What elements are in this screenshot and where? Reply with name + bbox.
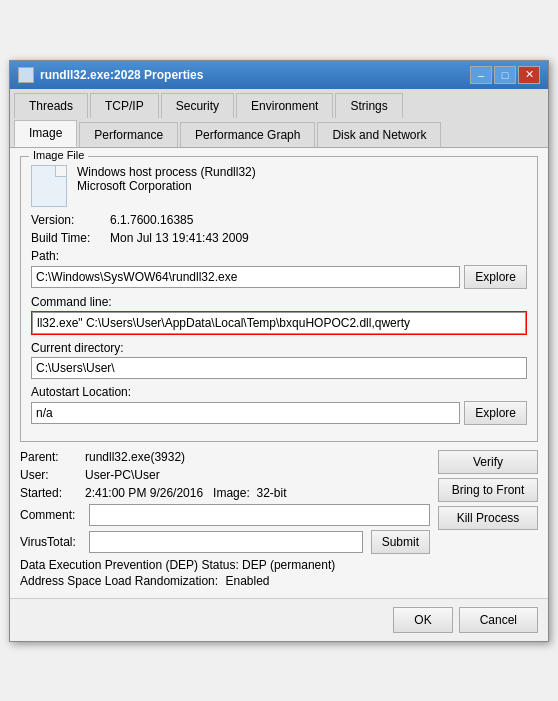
virustotal-input[interactable] [89,531,363,553]
tabs-row1: Threads TCP/IP Security Environment Stri… [14,91,544,118]
build-label: Build Time: [31,231,106,245]
window-icon [18,67,34,83]
virustotal-row: VirusTotal: Submit [20,530,430,554]
build-row: Build Time: Mon Jul 13 19:41:43 2009 [31,231,527,245]
tab-performance[interactable]: Performance [79,122,178,147]
bring-to-front-button[interactable]: Bring to Front [438,478,538,502]
footer: OK Cancel [10,598,548,641]
user-row: User: User-PC\User [20,468,430,482]
version-row: Version: 6.1.7600.16385 [31,213,527,227]
autostart-input[interactable] [31,402,460,424]
minimize-button[interactable]: – [470,66,492,84]
cmdline-input[interactable] [32,312,526,334]
aslr-status-line: Address Space Load Randomization: Enable… [20,574,538,588]
aslr-label: Address Space Load Randomization: [20,574,218,588]
version-value: 6.1.7600.16385 [110,213,193,227]
path-label: Path: [31,249,527,263]
parent-value: rundll32.exe(3932) [85,450,430,464]
tab-threads[interactable]: Threads [14,93,88,118]
info-left: Parent: rundll32.exe(3932) User: User-PC… [20,450,430,558]
user-value: User-PC\User [85,468,430,482]
tabs-row2: Image Performance Performance Graph Disk… [10,118,548,148]
tab-performance-graph[interactable]: Performance Graph [180,122,315,147]
dep-status-line: Data Execution Prevention (DEP) Status: … [20,558,538,572]
curdir-label: Current directory: [31,341,527,355]
properties-window: rundll32.exe:2028 Properties – □ ✕ Threa… [9,60,549,642]
tab-image[interactable]: Image [14,120,77,147]
process-name: Windows host process (Rundll32) [77,165,256,179]
tab-strings[interactable]: Strings [335,93,402,118]
main-content: Image File Windows host process (Rundll3… [10,148,548,598]
submit-button[interactable]: Submit [371,530,430,554]
cmdline-container [31,311,527,335]
comment-row: Comment: [20,504,430,526]
image-file-row: Windows host process (Rundll32) Microsof… [31,165,527,207]
tab-environment[interactable]: Environment [236,93,333,118]
started-row: Started: 2:41:00 PM 9/26/2016 Image: 32-… [20,486,430,500]
explore-button-path[interactable]: Explore [464,265,527,289]
virustotal-label: VirusTotal: [20,535,85,549]
maximize-button[interactable]: □ [494,66,516,84]
tab-tcpip[interactable]: TCP/IP [90,93,159,118]
tab-container-row1: Threads TCP/IP Security Environment Stri… [10,89,548,118]
user-label: User: [20,468,85,482]
autostart-label: Autostart Location: [31,385,527,399]
parent-row: Parent: rundll32.exe(3932) [20,450,430,464]
title-bar: rundll32.exe:2028 Properties – □ ✕ [10,61,548,89]
version-label: Version: [31,213,106,227]
path-row: Explore [31,265,527,289]
company-name: Microsoft Corporation [77,179,256,193]
cmdline-label: Command line: [31,295,527,309]
started-label: Started: [20,486,85,500]
autostart-row: Explore [31,401,527,425]
build-value: Mon Jul 13 19:41:43 2009 [110,231,249,245]
explore-button-autostart[interactable]: Explore [464,401,527,425]
file-icon [31,165,67,207]
curdir-input[interactable] [31,357,527,379]
window-title: rundll32.exe:2028 Properties [40,68,203,82]
comment-label: Comment: [20,508,85,522]
tab-disk-network[interactable]: Disk and Network [317,122,441,147]
close-button[interactable]: ✕ [518,66,540,84]
file-info: Windows host process (Rundll32) Microsof… [77,165,256,193]
image-file-group: Image File Windows host process (Rundll3… [20,156,538,442]
curdir-row [31,357,527,379]
title-bar-left: rundll32.exe:2028 Properties [18,67,203,83]
kill-process-button[interactable]: Kill Process [438,506,538,530]
info-right: Verify Bring to Front Kill Process [438,450,538,558]
ok-button[interactable]: OK [393,607,452,633]
comment-input[interactable] [89,504,430,526]
parent-label: Parent: [20,450,85,464]
started-value: 2:41:00 PM 9/26/2016 Image: 32-bit [85,486,430,500]
verify-button[interactable]: Verify [438,450,538,474]
aslr-value: Enabled [225,574,269,588]
path-input[interactable] [31,266,460,288]
cancel-button[interactable]: Cancel [459,607,538,633]
tab-security[interactable]: Security [161,93,234,118]
title-buttons: – □ ✕ [470,66,540,84]
info-section: Parent: rundll32.exe(3932) User: User-PC… [20,450,538,558]
group-label-image-file: Image File [29,149,88,161]
